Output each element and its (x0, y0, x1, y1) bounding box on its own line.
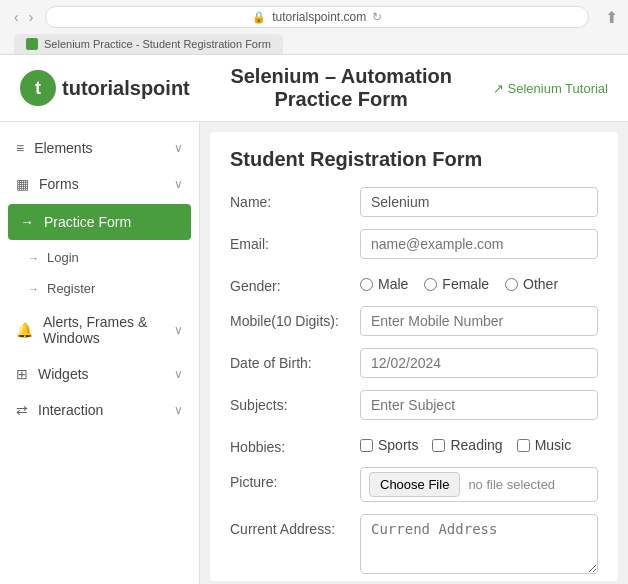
reload-button[interactable]: ↻ (372, 10, 382, 24)
gender-female-radio[interactable] (424, 278, 437, 291)
logo-icon: t (20, 70, 56, 106)
form-row-gender: Gender: Male Female Other (230, 271, 598, 294)
back-button[interactable]: ‹ (10, 7, 23, 27)
tab-favicon (26, 38, 38, 50)
mobile-label: Mobile(10 Digits): (230, 306, 360, 329)
address-bar[interactable]: 🔒 tutorialspoint.com ↻ (45, 6, 589, 28)
file-no-selected-text: no file selected (468, 477, 555, 492)
selenium-tutorial-link[interactable]: ↗ Selenium Tutorial (493, 81, 608, 96)
chevron-widgets: ∨ (174, 367, 183, 381)
chevron-alerts: ∨ (174, 323, 183, 337)
hobbies-label: Hobbies: (230, 432, 360, 455)
page-title: Selenium – Automation Practice Form (206, 65, 477, 111)
name-label: Name: (230, 187, 360, 210)
url-text: tutorialspoint.com (272, 10, 366, 24)
sidebar-item-login[interactable]: → Login (0, 242, 199, 273)
file-input-container: Choose File no file selected (360, 467, 598, 502)
gender-male-radio[interactable] (360, 278, 373, 291)
address-label: Current Address: (230, 514, 360, 537)
hobbies-checkbox-group: Sports Reading Music (360, 432, 598, 453)
content-area: Student Registration Form Name: Email: G… (210, 132, 618, 581)
form-row-subjects: Subjects: (230, 390, 598, 420)
sidebar-item-elements[interactable]: ≡ Elements ∨ (0, 130, 199, 166)
sidebar-item-interaction[interactable]: ⇄ Interaction ∨ (0, 392, 199, 428)
logo: t tutorialspoint (20, 70, 190, 106)
sidebar-label-alerts: Alerts, Frames & Windows (43, 314, 174, 346)
app-header: t tutorialspoint Selenium – Automation P… (0, 55, 628, 122)
dob-label: Date of Birth: (230, 348, 360, 371)
hobby-sports-checkbox[interactable] (360, 439, 373, 452)
picture-label: Picture: (230, 467, 360, 490)
dob-input[interactable] (360, 348, 598, 378)
share-button[interactable]: ⬆ (605, 8, 618, 27)
mobile-input[interactable] (360, 306, 598, 336)
form-row-hobbies: Hobbies: Sports Reading Music (230, 432, 598, 455)
logo-text: tutorialspoint (62, 77, 190, 100)
sidebar-item-forms[interactable]: ▦ Forms ∨ (0, 166, 199, 202)
form-row-dob: Date of Birth: (230, 348, 598, 378)
browser-tab[interactable]: Selenium Practice - Student Registration… (14, 34, 283, 54)
form-row-address: Current Address: (230, 514, 598, 577)
address-textarea[interactable] (360, 514, 598, 574)
alerts-icon: 🔔 (16, 322, 33, 338)
name-input[interactable] (360, 187, 598, 217)
lock-icon: 🔒 (252, 11, 266, 24)
interaction-icon: ⇄ (16, 402, 28, 418)
tab-label: Selenium Practice - Student Registration… (44, 38, 271, 50)
sidebar: ≡ Elements ∨ ▦ Forms ∨ → Practice Form →… (0, 122, 200, 584)
register-arrow-icon: → (28, 283, 39, 295)
chevron-interaction: ∨ (174, 403, 183, 417)
sidebar-label-forms: Forms (39, 176, 79, 192)
subjects-input[interactable] (360, 390, 598, 420)
hobby-reading[interactable]: Reading (432, 437, 502, 453)
sidebar-item-alerts[interactable]: 🔔 Alerts, Frames & Windows ∨ (0, 304, 199, 356)
sidebar-item-register[interactable]: → Register (0, 273, 199, 304)
hobby-sports[interactable]: Sports (360, 437, 418, 453)
subjects-label: Subjects: (230, 390, 360, 413)
choose-file-button[interactable]: Choose File (369, 472, 460, 497)
sidebar-item-widgets[interactable]: ⊞ Widgets ∨ (0, 356, 199, 392)
form-row-mobile: Mobile(10 Digits): (230, 306, 598, 336)
form-row-email: Email: (230, 229, 598, 259)
sidebar-label-elements: Elements (34, 140, 92, 156)
email-label: Email: (230, 229, 360, 252)
external-link-icon: ↗ (493, 81, 504, 96)
form-row-name: Name: (230, 187, 598, 217)
hobby-reading-checkbox[interactable] (432, 439, 445, 452)
chevron-forms: ∨ (174, 177, 183, 191)
forward-button[interactable]: › (25, 7, 38, 27)
forms-icon: ▦ (16, 176, 29, 192)
form-title: Student Registration Form (230, 148, 598, 171)
gender-male[interactable]: Male (360, 276, 408, 292)
chevron-elements: ∨ (174, 141, 183, 155)
gender-other-radio[interactable] (505, 278, 518, 291)
widgets-icon: ⊞ (16, 366, 28, 382)
sidebar-label-register: Register (47, 281, 95, 296)
hobby-music-checkbox[interactable] (517, 439, 530, 452)
elements-icon: ≡ (16, 140, 24, 156)
sidebar-label-practice-form: Practice Form (44, 214, 131, 230)
form-row-picture: Picture: Choose File no file selected (230, 467, 598, 502)
gender-other[interactable]: Other (505, 276, 558, 292)
login-arrow-icon: → (28, 252, 39, 264)
practice-form-icon: → (20, 214, 34, 230)
hobby-music[interactable]: Music (517, 437, 572, 453)
sidebar-label-widgets: Widgets (38, 366, 89, 382)
gender-female[interactable]: Female (424, 276, 489, 292)
sidebar-item-practice-form[interactable]: → Practice Form (8, 204, 191, 240)
gender-label: Gender: (230, 271, 360, 294)
sidebar-label-login: Login (47, 250, 79, 265)
sidebar-label-interaction: Interaction (38, 402, 103, 418)
gender-radio-group: Male Female Other (360, 271, 598, 292)
email-input[interactable] (360, 229, 598, 259)
